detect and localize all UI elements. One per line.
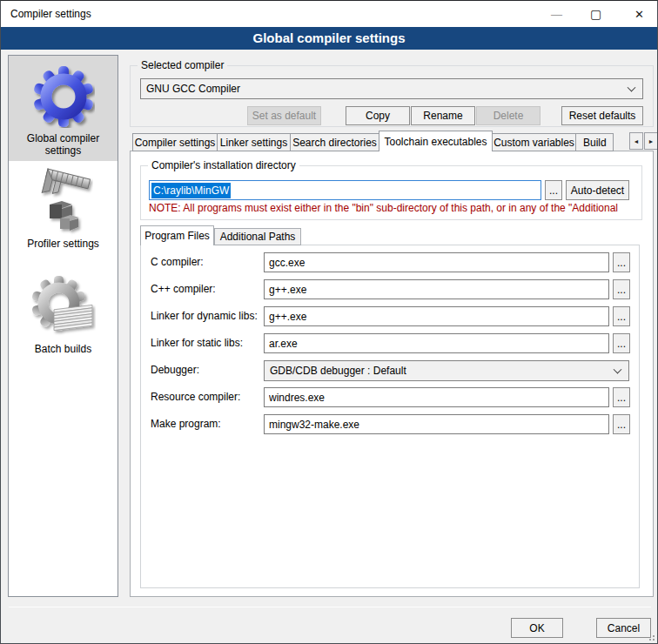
linker-dynamic-input[interactable] bbox=[264, 306, 609, 326]
compiler-settings-dialog: Compiler settings — ▢ ✕ Global compiler … bbox=[0, 0, 658, 644]
c-compiler-browse-button[interactable]: ... bbox=[613, 252, 630, 272]
resource-compiler-label: Resource compiler: bbox=[151, 391, 240, 403]
rename-button[interactable]: Rename bbox=[411, 106, 475, 125]
reset-defaults-button[interactable]: Reset defaults bbox=[561, 106, 643, 125]
maximize-icon[interactable]: ▢ bbox=[576, 1, 615, 27]
sidebar-item-global-compiler-settings[interactable]: Global compiler settings bbox=[9, 56, 118, 161]
footer-divider bbox=[9, 607, 651, 607]
caliper-icon bbox=[9, 161, 118, 238]
delete-button[interactable]: Delete bbox=[476, 106, 540, 125]
gear-stack-icon bbox=[9, 266, 118, 343]
linker-static-input[interactable] bbox=[264, 333, 609, 353]
linker-dynamic-label: Linker for dynamic libs: bbox=[151, 310, 258, 322]
install-dir-group-label: Compiler's installation directory bbox=[148, 159, 299, 171]
selected-compiler-dropdown[interactable]: GNU GCC Compiler bbox=[140, 78, 643, 99]
gear-blue-icon bbox=[9, 56, 118, 132]
debugger-dropdown[interactable]: GDB/CDB debugger : Default bbox=[264, 360, 629, 381]
row-make-program: Make program: ... bbox=[1, 414, 658, 435]
row-linker-dynamic: Linker for dynamic libs: ... bbox=[1, 306, 658, 327]
row-linker-static: Linker for static libs: ... bbox=[1, 333, 658, 354]
window-title: Compiler settings bbox=[10, 1, 91, 27]
subtab-program-files[interactable]: Program Files bbox=[140, 225, 214, 245]
make-program-browse-button[interactable]: ... bbox=[613, 414, 630, 434]
install-dir-selected-text: C:\raylib\MinGW bbox=[151, 183, 231, 198]
make-program-label: Make program: bbox=[151, 418, 221, 430]
minimize-icon[interactable]: — bbox=[537, 1, 576, 27]
page-title: Global compiler settings bbox=[1, 27, 657, 50]
auto-detect-button[interactable]: Auto-detect bbox=[566, 180, 629, 200]
resize-grip[interactable] bbox=[647, 633, 655, 641]
tab-search-directories[interactable]: Search directories bbox=[290, 133, 379, 151]
make-program-input[interactable] bbox=[264, 414, 609, 434]
row-c-compiler: C compiler: ... bbox=[1, 252, 658, 273]
resource-compiler-input[interactable] bbox=[264, 387, 609, 407]
resource-compiler-browse-button[interactable]: ... bbox=[613, 387, 630, 407]
close-icon[interactable]: ✕ bbox=[620, 1, 658, 27]
row-debugger: Debugger: GDB/CDB debugger : Default bbox=[1, 360, 658, 381]
c-compiler-label: C compiler: bbox=[151, 256, 204, 268]
ok-button[interactable]: OK bbox=[511, 618, 563, 638]
tab-build-options[interactable]: Build bbox=[575, 133, 614, 151]
settings-tab-strip: Compiler settings Linker settings Search… bbox=[132, 131, 620, 151]
install-dir-note: NOTE: All programs must exist either in … bbox=[149, 202, 633, 214]
install-dir-browse-button[interactable]: ... bbox=[545, 180, 562, 200]
cpp-compiler-label: C++ compiler: bbox=[151, 283, 216, 295]
selected-compiler-group-label: Selected compiler bbox=[138, 59, 227, 71]
linker-static-browse-button[interactable]: ... bbox=[613, 333, 630, 353]
tab-scroll-right-icon[interactable]: ► bbox=[644, 132, 658, 150]
cpp-compiler-input[interactable] bbox=[264, 279, 609, 299]
chevron-down-icon bbox=[614, 366, 622, 374]
sidebar-item-label: Profiler settings bbox=[9, 238, 118, 250]
debugger-value: GDB/CDB debugger : Default bbox=[270, 365, 406, 377]
titlebar[interactable]: Compiler settings — ▢ ✕ bbox=[1, 1, 657, 27]
row-cpp-compiler: C++ compiler: ... bbox=[1, 279, 658, 300]
linker-static-label: Linker for static libs: bbox=[151, 337, 243, 349]
copy-button[interactable]: Copy bbox=[346, 106, 410, 125]
tab-toolchain-executables[interactable]: Toolchain executables bbox=[379, 131, 493, 151]
tab-custom-variables[interactable]: Custom variables bbox=[492, 133, 576, 151]
debugger-label: Debugger: bbox=[151, 364, 199, 376]
cpp-compiler-browse-button[interactable]: ... bbox=[613, 279, 630, 299]
cancel-button[interactable]: Cancel bbox=[596, 618, 651, 638]
subtab-additional-paths[interactable]: Additional Paths bbox=[214, 228, 301, 245]
set-as-default-button[interactable]: Set as default bbox=[247, 106, 321, 125]
tab-linker-settings[interactable]: Linker settings bbox=[217, 133, 291, 151]
tab-scroll-left-icon[interactable]: ◄ bbox=[629, 132, 643, 150]
chevron-down-icon bbox=[628, 84, 636, 92]
tab-compiler-settings[interactable]: Compiler settings bbox=[132, 133, 218, 151]
linker-dynamic-browse-button[interactable]: ... bbox=[613, 306, 630, 326]
c-compiler-input[interactable] bbox=[264, 252, 609, 272]
sidebar-item-profiler-settings[interactable]: Profiler settings bbox=[9, 161, 118, 266]
install-dir-input[interactable]: C:\raylib\MinGW bbox=[149, 180, 541, 200]
selected-compiler-value: GNU GCC Compiler bbox=[146, 83, 240, 95]
row-resource-compiler: Resource compiler: ... bbox=[1, 387, 658, 408]
sidebar-item-label: Global compiler settings bbox=[9, 132, 118, 157]
